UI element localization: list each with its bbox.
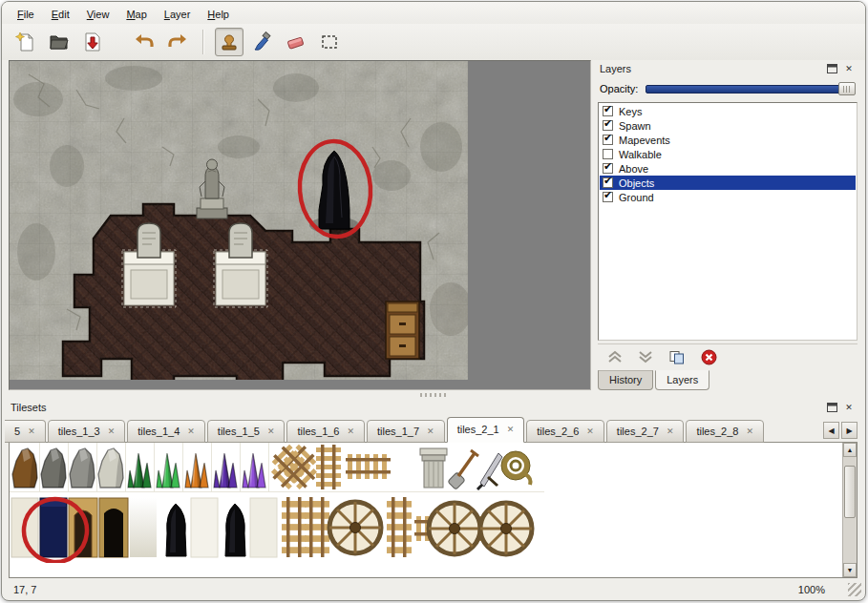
- layer-name: Spawn: [619, 120, 651, 132]
- menu-map[interactable]: Map: [118, 6, 154, 23]
- tileset-tab[interactable]: tiles_2_7 ✕: [606, 420, 685, 443]
- delete-layer-button[interactable]: [701, 349, 717, 365]
- new-button[interactable]: [11, 28, 40, 56]
- tile-selected-navy[interactable]: [40, 498, 67, 557]
- tileset-tab-label: tiles_2_1: [457, 424, 499, 435]
- raise-layer-button[interactable]: [607, 350, 623, 364]
- menu-edit[interactable]: Edit: [44, 6, 77, 23]
- menu-help[interactable]: Help: [200, 6, 237, 23]
- status-bar: 17, 7 100%: [2, 578, 865, 600]
- eraser-tool-icon: [286, 31, 307, 52]
- tab-history[interactable]: History: [598, 370, 653, 390]
- tileset-tab[interactable]: tiles_2_8 ✕: [686, 420, 764, 443]
- tileset-tab[interactable]: tiles_1_4 ✕: [127, 420, 205, 443]
- layer-row-mapevents[interactable]: ✔ Mapevents: [600, 133, 856, 147]
- open-folder-icon: [49, 31, 70, 52]
- close-panel-icon[interactable]: ✕: [842, 63, 856, 75]
- layer-row-spawn[interactable]: ✔ Spawn: [600, 118, 856, 133]
- tab-scroll-left-button[interactable]: ◀: [823, 422, 839, 439]
- layer-row-walkable[interactable]: ✔ Walkable: [600, 147, 856, 161]
- delete-layer-icon: [701, 349, 717, 365]
- tileset-tab[interactable]: tiles_2_1 ✕: [447, 417, 525, 443]
- opacity-slider-handle[interactable]: [838, 82, 856, 95]
- tile-white: [191, 498, 218, 557]
- layer-checkbox[interactable]: ✔: [603, 192, 613, 202]
- menu-file[interactable]: File: [10, 6, 42, 23]
- redo-button[interactable]: [163, 28, 192, 56]
- resize-grip[interactable]: [848, 583, 861, 596]
- layer-checkbox[interactable]: ✔: [603, 163, 613, 174]
- layers-panel-title-label: Layers: [600, 63, 631, 74]
- layer-row-ground[interactable]: ✔ Ground: [600, 190, 856, 204]
- tab-close-icon[interactable]: ✕: [108, 426, 116, 436]
- selection-tool-button[interactable]: [315, 28, 344, 56]
- tileset-tab-label: tiles_1_5: [218, 426, 260, 437]
- tile-rail-column-3: [387, 497, 412, 557]
- tile-cart-wheel-2: [429, 503, 480, 554]
- tileset-tab[interactable]: tiles_1_7 ✕: [367, 420, 445, 443]
- undo-button[interactable]: [130, 28, 159, 56]
- menu-view[interactable]: View: [79, 6, 117, 23]
- scrollbar-thumb[interactable]: [844, 466, 856, 518]
- layer-name: Walkable: [619, 149, 662, 160]
- main-area: Layers ✕ Opacity: ✔ Keys: [2, 60, 865, 390]
- layer-checkbox[interactable]: ✔: [603, 106, 613, 116]
- opacity-slider[interactable]: [646, 81, 856, 96]
- tab-close-icon[interactable]: ✕: [348, 426, 355, 436]
- tab-close-icon[interactable]: ✕: [586, 426, 594, 436]
- float-panel-icon[interactable]: [825, 402, 838, 414]
- tab-close-icon[interactable]: ✕: [28, 426, 35, 436]
- tileset-tab[interactable]: tiles_1_6 ✕: [286, 420, 365, 443]
- tile-rail-column-2: [305, 497, 329, 557]
- tab-close-icon[interactable]: ✕: [746, 426, 753, 436]
- scrollbar-track[interactable]: [843, 457, 857, 563]
- selection-tool-icon: [319, 31, 340, 52]
- tab-close-icon[interactable]: ✕: [267, 426, 275, 436]
- tile-white-gradient: [130, 498, 157, 557]
- toolbar-separator: [202, 30, 204, 54]
- layer-name: Above: [619, 163, 648, 175]
- layer-row-objects[interactable]: ✔ Objects: [600, 176, 856, 190]
- toolbar: [2, 24, 865, 60]
- tileset-tab[interactable]: tiles_1_3 ✕: [48, 420, 126, 443]
- menu-layer[interactable]: Layer: [157, 6, 199, 23]
- save-icon: [82, 31, 103, 52]
- tab-scroll-right-button[interactable]: ▶: [841, 422, 857, 439]
- tileset-tab-label: tiles_1_3: [58, 426, 100, 437]
- tileset-scrollbar[interactable]: ▲ ▼: [842, 443, 857, 577]
- eraser-tool-button[interactable]: [282, 28, 310, 56]
- scroll-up-icon[interactable]: ▲: [843, 443, 857, 457]
- duplicate-layer-button[interactable]: [668, 350, 686, 364]
- pane-splitter[interactable]: [2, 390, 865, 399]
- tab-close-icon[interactable]: ✕: [507, 425, 515, 434]
- scroll-down-icon[interactable]: ▼: [843, 563, 857, 577]
- tab-layers[interactable]: Layers: [655, 370, 709, 390]
- layer-checkbox[interactable]: ✔: [603, 120, 613, 131]
- tileset-canvas[interactable]: [10, 443, 842, 577]
- close-panel-icon[interactable]: ✕: [842, 402, 856, 414]
- tileset-tab[interactable]: 5 ✕: [5, 420, 46, 443]
- opacity-label: Opacity:: [600, 83, 638, 94]
- layer-name: Mapevents: [619, 135, 670, 146]
- float-panel-icon[interactable]: [825, 63, 838, 75]
- layer-row-above[interactable]: ✔ Above: [600, 161, 856, 176]
- layer-checkbox[interactable]: ✔: [603, 177, 613, 188]
- layer-checkbox[interactable]: ✔: [603, 149, 613, 159]
- fill-tool-button[interactable]: [248, 28, 277, 56]
- tab-close-icon[interactable]: ✕: [187, 426, 195, 436]
- undo-icon: [134, 31, 155, 52]
- layer-checkbox[interactable]: ✔: [603, 135, 613, 145]
- tileset-tab[interactable]: tiles_1_5 ✕: [207, 420, 286, 443]
- raise-layer-icon: [607, 350, 623, 364]
- splitter-grip: [420, 393, 449, 397]
- tab-close-icon[interactable]: ✕: [427, 426, 434, 436]
- save-button[interactable]: [78, 28, 107, 56]
- opacity-slider-track[interactable]: [646, 85, 853, 94]
- open-button[interactable]: [45, 28, 74, 56]
- layer-row-keys[interactable]: ✔ Keys: [600, 104, 856, 118]
- tab-close-icon[interactable]: ✕: [667, 426, 674, 436]
- lower-layer-button[interactable]: [638, 350, 653, 364]
- tileset-tab[interactable]: tiles_2_6 ✕: [526, 420, 604, 443]
- map-canvas[interactable]: [9, 60, 591, 390]
- stamp-tool-button[interactable]: [215, 28, 243, 56]
